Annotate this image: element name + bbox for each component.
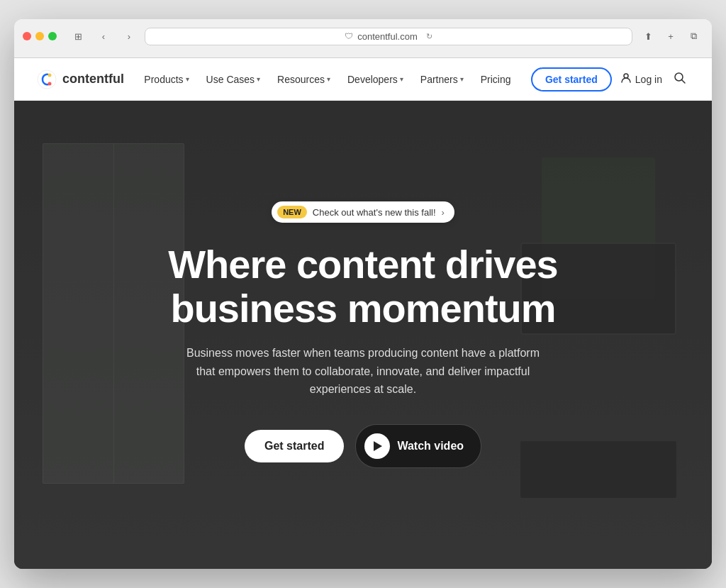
nav-links: Products ▾ Use Cases ▾ Resources ▾ Devel… xyxy=(137,70,518,89)
chevron-down-icon: ▾ xyxy=(257,75,260,83)
svg-point-1 xyxy=(48,73,52,77)
new-badge-row: New Check out what's new this fall! › xyxy=(168,201,557,223)
play-icon xyxy=(364,433,390,459)
site-nav: contentful Products ▾ Use Cases ▾ Resour… xyxy=(14,58,712,101)
hero-cta: Get started Watch video xyxy=(168,424,557,468)
play-triangle-icon xyxy=(374,441,382,451)
chevron-down-icon: ▾ xyxy=(327,75,330,83)
address-bar-row: 🛡 contentful.com ↻ xyxy=(145,28,632,45)
windows-button[interactable]: ⧉ xyxy=(683,26,703,46)
forward-button[interactable]: › xyxy=(119,26,139,46)
new-tab-button[interactable]: + xyxy=(661,26,681,46)
reload-button[interactable]: ↻ xyxy=(426,32,432,41)
tab-bar xyxy=(23,52,703,57)
hero-get-started-button[interactable]: Get started xyxy=(245,430,344,462)
hero-subtitle: Business moves faster when teams produci… xyxy=(186,344,540,399)
new-tag: New xyxy=(277,206,307,218)
url-text: contentful.com xyxy=(357,31,418,42)
browser-window: ⊞ ‹ › 🛡 contentful.com ↻ ⬆ + ⧉ xyxy=(14,19,712,569)
chevron-down-icon: ▾ xyxy=(400,75,403,83)
hero-section: New Check out what's new this fall! › Wh… xyxy=(14,101,712,569)
minimize-button[interactable] xyxy=(35,32,44,40)
nav-developers[interactable]: Developers ▾ xyxy=(340,70,411,89)
contentful-logo-icon xyxy=(37,70,57,89)
maximize-button[interactable] xyxy=(48,32,57,40)
nav-pricing[interactable]: Pricing xyxy=(474,70,518,89)
nav-logo[interactable]: contentful xyxy=(37,70,124,89)
traffic-lights xyxy=(23,32,57,40)
nav-partners[interactable]: Partners ▾ xyxy=(413,70,471,89)
search-button[interactable] xyxy=(671,69,689,90)
back-button[interactable]: ‹ xyxy=(94,26,113,46)
share-button[interactable]: ⬆ xyxy=(638,26,658,46)
new-badge[interactable]: New Check out what's new this fall! › xyxy=(272,201,454,223)
hero-watch-video-button[interactable]: Watch video xyxy=(355,424,481,468)
hero-content: New Check out what's new this fall! › Wh… xyxy=(154,201,571,468)
tab-strip-button[interactable]: ⊞ xyxy=(68,26,88,46)
chevron-down-icon: ▾ xyxy=(460,75,464,83)
nav-use-cases[interactable]: Use Cases ▾ xyxy=(199,70,267,89)
login-button[interactable]: Log in xyxy=(620,72,662,86)
nav-get-started-button[interactable]: Get started xyxy=(531,67,612,91)
svg-point-2 xyxy=(48,82,52,85)
close-button[interactable] xyxy=(23,32,31,40)
svg-line-5 xyxy=(681,79,685,83)
shield-icon: 🛡 xyxy=(345,31,353,41)
logo-text: contentful xyxy=(62,72,124,87)
nav-actions: Get started Log in xyxy=(531,67,689,91)
nav-resources[interactable]: Resources ▾ xyxy=(270,70,337,89)
chevron-down-icon: ▾ xyxy=(186,75,189,83)
browser-actions: ⬆ + ⧉ xyxy=(638,26,703,46)
nav-products[interactable]: Products ▾ xyxy=(137,70,196,89)
new-badge-text: Check out what's new this fall! xyxy=(313,207,436,218)
address-bar[interactable]: 🛡 contentful.com ↻ xyxy=(145,28,632,45)
hero-title: Where content drives business momentum xyxy=(168,243,557,330)
svg-point-3 xyxy=(624,74,628,78)
login-icon xyxy=(620,72,632,86)
browser-chrome: ⊞ ‹ › 🛡 contentful.com ↻ ⬆ + ⧉ xyxy=(14,19,712,58)
svg-point-0 xyxy=(38,70,56,89)
new-badge-arrow-icon: › xyxy=(442,207,445,218)
